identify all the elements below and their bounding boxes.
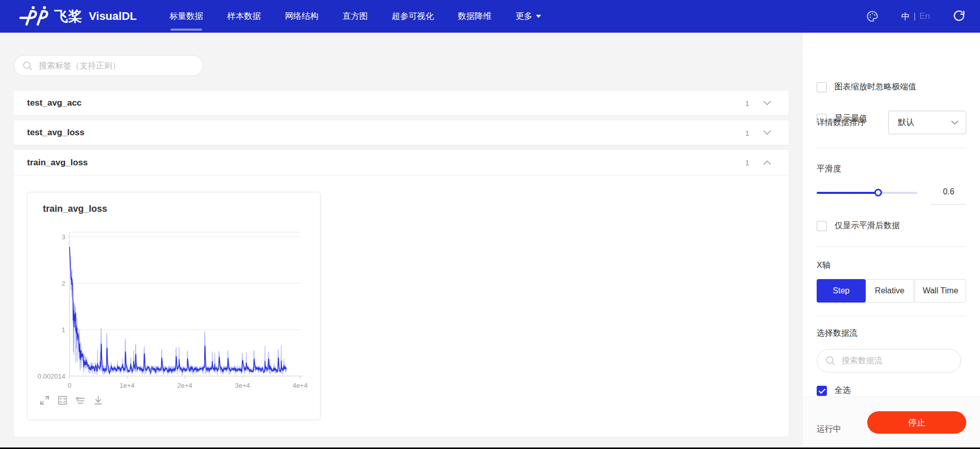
panel-count-badge: 1 [745, 129, 749, 137]
nav-item-more[interactable]: 更多 [516, 0, 541, 33]
smoothed-only-row: 仅显示平滑后数据 [817, 220, 900, 231]
svg-text:1: 1 [62, 326, 65, 334]
fullscreen-icon[interactable] [39, 394, 51, 406]
running-status-label: 运行中 [817, 424, 841, 435]
panel-title: train_avg_loss [27, 158, 88, 168]
train-avg-loss-chart-card: 3210.00201401e+42e+43e+44e+4 train_avg_l… [27, 192, 321, 420]
select-all-label: 全选 [835, 385, 851, 396]
settings-sidebar: 图表缩放时忽略极端值 显示最值 详情数据排序 默认 平滑度 0.6 仅显示平滑后… [803, 33, 980, 447]
ignore-outliers-checkbox[interactable] [817, 82, 827, 92]
svg-text:3: 3 [62, 233, 65, 241]
smoothing-label: 平滑度 [817, 164, 841, 174]
tooltip-sort-select[interactable]: 默认 [888, 111, 966, 134]
slider-fill [817, 192, 877, 194]
stop-button[interactable]: 停止 [867, 411, 966, 434]
chevron-down-icon[interactable] [763, 130, 771, 135]
nav-item-graph[interactable]: 网络结构 [285, 0, 318, 33]
tag-search-input[interactable] [38, 61, 194, 71]
chart-toolbar [39, 394, 104, 406]
tag-search-box [14, 55, 203, 76]
svg-text:0.002014: 0.002014 [38, 372, 65, 380]
panel-title: test_avg_loss [27, 128, 84, 138]
chevron-down-icon[interactable] [763, 101, 771, 106]
main-content: test_avg_acc 1 test_avg_loss 1 train_avg… [0, 33, 803, 447]
top-navbar: 飞桨 VisualDL 标量数据 样本数据 网络结构 直方图 超参可视化 数据降… [0, 0, 980, 33]
panel-test-avg-acc[interactable]: test_avg_acc 1 [14, 91, 789, 115]
panel-train-avg-loss-expanded: train_avg_loss 1 3210.00201401e+42e+43e+… [14, 150, 789, 437]
divider [817, 316, 966, 316]
xaxis-option-relative[interactable]: Relative [866, 279, 914, 303]
ignore-outliers-label: 图表缩放时忽略极端值 [835, 82, 916, 92]
svg-text:0: 0 [67, 382, 71, 389]
xaxis-label: X轴 [817, 260, 830, 271]
nav-item-samples[interactable]: 样本数据 [227, 0, 261, 33]
runs-search-input[interactable] [841, 356, 952, 366]
search-icon [825, 356, 836, 366]
active-tab-underline [170, 29, 202, 31]
nav-item-dimreduction[interactable]: 数据降维 [458, 0, 492, 33]
nav-right-tools: 中 | En [866, 0, 966, 33]
lang-en: En [919, 11, 930, 21]
smoothed-only-checkbox[interactable] [817, 221, 827, 231]
lang-separator: | [914, 11, 916, 21]
chevron-down-icon [951, 120, 959, 125]
runs-search-box [817, 349, 961, 372]
svg-text:4e+4: 4e+4 [292, 382, 307, 389]
divider [817, 148, 966, 148]
xaxis-option-walltime[interactable]: Wall Time [915, 279, 966, 303]
smoothed-only-label: 仅显示平滑后数据 [835, 220, 900, 231]
nav-menu: 标量数据 样本数据 网络结构 直方图 超参可视化 数据降维 更多 [169, 0, 541, 33]
data-settings-icon[interactable] [75, 394, 86, 406]
runs-label: 选择数据流 [817, 328, 857, 339]
chevron-up-icon[interactable] [763, 160, 771, 165]
select-all-row: 全选 [817, 385, 851, 396]
svg-text:1e+4: 1e+4 [119, 382, 134, 389]
restore-icon[interactable] [57, 394, 68, 406]
lang-zh: 中 [901, 11, 910, 22]
language-toggle[interactable]: 中 | En [901, 11, 930, 22]
nav-item-scalar[interactable]: 标量数据 [169, 0, 203, 33]
smoothing-slider[interactable] [817, 189, 917, 196]
svg-text:3e+4: 3e+4 [235, 382, 250, 389]
panel-test-avg-loss[interactable]: test_avg_loss 1 [14, 120, 789, 145]
svg-text:2: 2 [62, 280, 65, 287]
xaxis-mode-group: Step Relative Wall Time [817, 279, 966, 303]
slider-handle[interactable] [874, 189, 882, 196]
download-icon[interactable] [92, 394, 104, 406]
tooltip-sort-value: 默认 [898, 117, 951, 128]
panel-count-badge: 1 [745, 99, 749, 108]
divider [817, 246, 966, 247]
chart-title: train_avg_loss [43, 204, 107, 214]
caret-down-icon [536, 15, 541, 18]
xaxis-option-step[interactable]: Step [817, 279, 866, 303]
brand-cn: 飞桨 [54, 7, 83, 26]
ignore-outliers-row: 图表缩放时忽略极端值 [817, 82, 916, 92]
nav-item-hyperparams[interactable]: 超参可视化 [392, 0, 434, 33]
paddle-mark-icon [19, 6, 49, 27]
smoothing-value-input[interactable]: 0.6 [931, 183, 966, 205]
loss-chart-svg[interactable]: 3210.00201401e+42e+43e+44e+4 [28, 192, 320, 419]
brand-product: VisualDL [89, 10, 137, 23]
run-control-footer: 运行中 停止 [803, 396, 980, 447]
nav-item-histogram[interactable]: 直方图 [342, 0, 368, 33]
select-all-checkbox[interactable] [817, 386, 827, 396]
panel-train-avg-loss-header[interactable]: train_avg_loss 1 [14, 150, 789, 176]
tooltip-sort-label: 详情数据排序 [817, 117, 866, 128]
search-icon [22, 61, 33, 71]
panel-count-badge: 1 [745, 158, 749, 167]
theme-palette-icon[interactable] [866, 10, 879, 23]
paddlepaddle-logo[interactable]: 飞桨 VisualDL [19, 0, 137, 33]
panel-title: test_avg_acc [27, 98, 82, 108]
refresh-icon[interactable] [952, 10, 966, 23]
svg-text:2e+4: 2e+4 [177, 382, 192, 389]
